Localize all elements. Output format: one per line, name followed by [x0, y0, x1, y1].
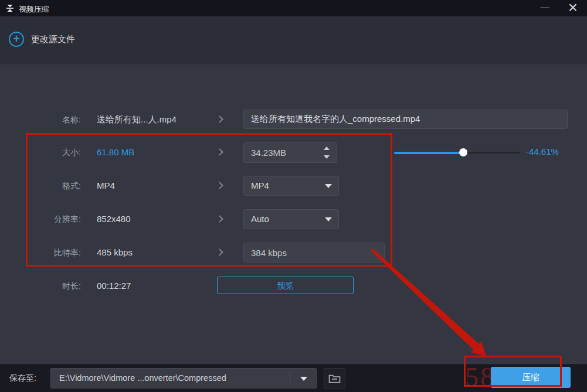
- caret-down-icon: [325, 184, 332, 188]
- footer: 保存至: E:\Vidmore\Vidmore ...onverter\Comp…: [0, 364, 587, 392]
- compress-button[interactable]: 压缩: [491, 367, 571, 388]
- change-source-button[interactable]: + 更改源文件: [9, 28, 75, 51]
- slider-thumb[interactable]: [459, 148, 467, 156]
- size-label: 大小:: [35, 146, 81, 158]
- resolution-dropdown-value: Auto: [251, 210, 269, 229]
- duration-value: 00:12:27: [97, 280, 131, 292]
- close-button[interactable]: ×: [559, 0, 587, 16]
- chevron-right-icon: [216, 215, 223, 223]
- target-size-stepper[interactable]: 34.23MB: [243, 142, 337, 163]
- chevron-right-icon: [216, 115, 223, 123]
- divider: [290, 371, 290, 386]
- format-dropdown-value: MP4: [251, 176, 269, 195]
- name-label: 名称:: [35, 114, 81, 125]
- video-compress-window: 视频压缩 — × + 更改源文件 名称: 送给所有知...人.mp4 大小: 6…: [0, 0, 587, 392]
- folder-icon: [328, 373, 341, 383]
- save-path-value: E:\Vidmore\Vidmore ...onverter\Compresse…: [59, 369, 285, 388]
- stepper-down-icon[interactable]: [321, 152, 332, 162]
- chevron-right-icon: [216, 148, 223, 156]
- window-title: 视频压缩: [19, 4, 49, 15]
- save-path-combobox[interactable]: E:\Vidmore\Vidmore ...onverter\Compresse…: [50, 368, 317, 388]
- format-label: 格式:: [35, 180, 81, 192]
- titlebar: 视频压缩 — ×: [0, 0, 587, 16]
- size-slider[interactable]: [394, 147, 520, 158]
- target-bitrate-input[interactable]: [243, 243, 385, 263]
- duration-label: 时长:: [35, 280, 81, 292]
- resolution-value: 852x480: [97, 213, 131, 225]
- caret-down-icon: [325, 217, 332, 221]
- resolution-dropdown[interactable]: Auto: [243, 209, 339, 229]
- preview-button[interactable]: 预览: [217, 277, 354, 294]
- output-name-input[interactable]: [243, 110, 568, 129]
- name-value: 送给所有知...人.mp4: [97, 114, 177, 125]
- chevron-right-icon: [216, 248, 223, 256]
- resolution-label: 分辨率:: [35, 213, 81, 225]
- stepper-up-icon[interactable]: [321, 144, 332, 153]
- reduction-percent: -44.61%: [526, 146, 559, 156]
- minimize-button[interactable]: —: [531, 0, 559, 16]
- slider-fill: [394, 152, 463, 154]
- add-icon: +: [9, 32, 24, 47]
- header: + 更改源文件: [0, 17, 587, 64]
- compress-icon: [5, 4, 15, 13]
- format-dropdown[interactable]: MP4: [243, 176, 339, 196]
- bitrate-value: 485 kbps: [97, 247, 133, 258]
- format-value: MP4: [97, 180, 115, 192]
- target-size-value: 34.23MB: [251, 143, 286, 162]
- chevron-right-icon: [216, 182, 223, 189]
- open-folder-button[interactable]: [324, 368, 345, 388]
- save-to-label: 保存至:: [9, 373, 36, 384]
- bitrate-label: 比特率:: [35, 247, 81, 258]
- change-source-label: 更改源文件: [31, 34, 75, 45]
- caret-down-icon: [300, 377, 307, 381]
- size-value: 61.80 MB: [97, 146, 134, 158]
